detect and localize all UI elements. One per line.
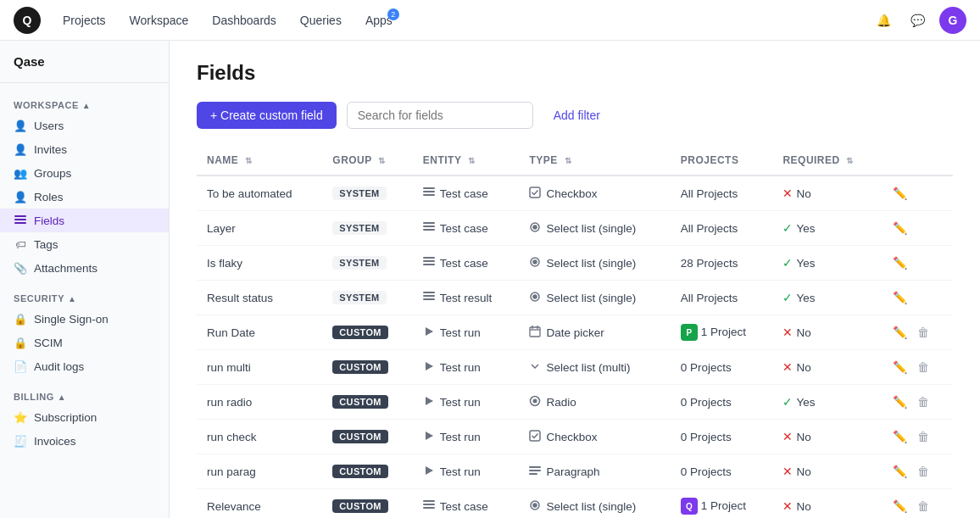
delete-field-button[interactable]: 🗑: [916, 393, 931, 410]
search-input[interactable]: [347, 102, 533, 129]
field-entity-cell: Test run: [413, 385, 520, 420]
edit-field-button[interactable]: ✏️: [891, 220, 909, 237]
field-type-cell: Select list (multi): [519, 350, 670, 385]
col-projects: PROJECTS: [671, 146, 773, 175]
col-name[interactable]: NAME ⇅: [197, 146, 322, 175]
page-title: Fields: [197, 61, 953, 85]
edit-field-button[interactable]: ✏️: [891, 463, 909, 480]
field-actions-cell: ✏️: [881, 281, 953, 315]
workspace-link[interactable]: Workspace: [121, 10, 198, 31]
topnav-right: 🔔 💬 G: [871, 7, 966, 34]
field-projects-cell: 0 Projects: [671, 385, 773, 420]
type-icon: [529, 465, 541, 479]
edit-field-button[interactable]: ✏️: [891, 498, 909, 515]
notifications-icon[interactable]: 🔔: [871, 8, 895, 32]
svg-rect-17: [423, 292, 435, 293]
svg-rect-9: [423, 229, 435, 231]
col-required[interactable]: REQUIRED ⇅: [772, 146, 881, 175]
sidebar-item-label: Fields: [34, 214, 64, 227]
field-name-cell: Run Date: [197, 315, 322, 350]
queries-link[interactable]: Queries: [292, 10, 350, 31]
type-icon: [529, 499, 541, 514]
svg-rect-3: [423, 187, 435, 189]
sidebar-item-tags[interactable]: 🏷 Tags: [0, 232, 169, 256]
messages-icon[interactable]: 💬: [905, 8, 929, 32]
sso-icon: 🔒: [14, 312, 27, 326]
col-group[interactable]: GROUP ⇅: [322, 146, 413, 175]
field-type-cell: Select list (single): [519, 211, 670, 246]
sort-icon: ⇅: [846, 156, 853, 165]
sidebar-item-roles[interactable]: 👤 Roles: [0, 185, 169, 209]
workspace-section-header: WORKSPACE ▲: [0, 93, 169, 114]
group-badge: SYSTEM: [332, 291, 386, 304]
invite-icon: 👤: [14, 142, 27, 156]
type-icon: [529, 360, 541, 375]
field-entity-cell: Test case: [413, 489, 520, 519]
project-avatar: P: [681, 324, 698, 341]
edit-field-button[interactable]: ✏️: [891, 324, 909, 341]
sidebar-item-sso[interactable]: 🔒 Single Sign-on: [0, 307, 169, 331]
sidebar-item-scim[interactable]: 🔒 SCIM: [0, 331, 169, 354]
field-name-cell: run radio: [197, 385, 322, 420]
sidebar-item-subscription[interactable]: ⭐ Subscription: [0, 405, 169, 429]
add-filter-button[interactable]: Add filter: [543, 103, 610, 128]
field-type-cell: Date picker: [519, 315, 670, 350]
sidebar-item-label: SCIM: [34, 337, 63, 349]
tags-icon: 🏷: [14, 237, 27, 251]
svg-rect-35: [529, 470, 541, 471]
edit-field-button[interactable]: ✏️: [891, 393, 909, 410]
type-icon: [529, 326, 541, 340]
required-yes-icon: ✓: [782, 291, 793, 304]
svg-rect-2: [14, 222, 26, 224]
edit-field-button[interactable]: ✏️: [891, 428, 909, 445]
security-section-label: SECURITY: [14, 293, 64, 304]
field-actions-cell: ✏️ 🗑: [881, 385, 953, 420]
sidebar-item-attachments[interactable]: 📎 Attachments: [0, 256, 169, 280]
sidebar-item-label: Users: [34, 120, 64, 132]
apps-link[interactable]: Apps 2: [357, 10, 401, 31]
col-type[interactable]: TYPE ⇅: [519, 146, 670, 175]
edit-field-button[interactable]: ✏️: [891, 289, 909, 306]
field-group-cell: SYSTEM: [322, 175, 413, 211]
edit-field-button[interactable]: ✏️: [891, 254, 909, 271]
sidebar-item-invites[interactable]: 👤 Invites: [0, 137, 169, 161]
field-projects-cell: 28 Projects: [671, 246, 773, 281]
field-actions-cell: ✏️ 🗑: [881, 420, 953, 454]
edit-field-button[interactable]: ✏️: [891, 359, 909, 376]
entity-icon: [423, 465, 435, 479]
app-logo[interactable]: Q: [14, 7, 41, 34]
delete-field-button[interactable]: 🗑: [916, 428, 931, 445]
sidebar-item-groups[interactable]: 👥 Groups: [0, 161, 169, 185]
create-custom-field-button[interactable]: + Create custom field: [197, 102, 337, 129]
main-content: Fields + Create custom field Add filter …: [170, 41, 980, 518]
projects-link[interactable]: Projects: [54, 10, 114, 31]
sidebar-item-label: Invoices: [34, 435, 76, 448]
required-yes-icon: ✓: [782, 221, 793, 235]
fields-table-wrap: NAME ⇅ GROUP ⇅ ENTITY ⇅ TYPE ⇅ PROJECTS …: [197, 146, 953, 518]
sidebar-item-label: Subscription: [34, 411, 97, 424]
svg-rect-6: [530, 187, 540, 198]
sort-icon: ⇅: [378, 156, 385, 165]
delete-field-button[interactable]: 🗑: [916, 359, 931, 376]
sidebar-item-fields[interactable]: Fields: [0, 209, 169, 232]
field-entity-cell: Test case: [413, 246, 520, 281]
svg-rect-13: [423, 260, 435, 262]
sidebar-item-invoices[interactable]: 🧾 Invoices: [0, 429, 169, 453]
field-name-cell: Is flaky: [197, 246, 322, 281]
delete-field-button[interactable]: 🗑: [916, 324, 931, 341]
dashboards-link[interactable]: Dashboards: [203, 10, 285, 31]
field-name-cell: run multi: [197, 350, 322, 385]
sidebar-item-users[interactable]: 👤 Users: [0, 114, 169, 137]
entity-icon: [423, 256, 435, 270]
user-avatar[interactable]: G: [939, 7, 966, 34]
scim-icon: 🔒: [14, 336, 27, 349]
edit-field-button[interactable]: ✏️: [891, 185, 909, 202]
delete-field-button[interactable]: 🗑: [916, 463, 931, 480]
col-entity[interactable]: ENTITY ⇅: [413, 146, 520, 175]
field-name-cell: run check: [197, 420, 322, 454]
sidebar-item-audit[interactable]: 📄 Audit logs: [0, 354, 169, 378]
audit-icon: 📄: [14, 359, 27, 373]
svg-marker-33: [426, 466, 433, 475]
field-projects-cell: All Projects: [671, 211, 773, 246]
delete-field-button[interactable]: 🗑: [916, 498, 931, 515]
